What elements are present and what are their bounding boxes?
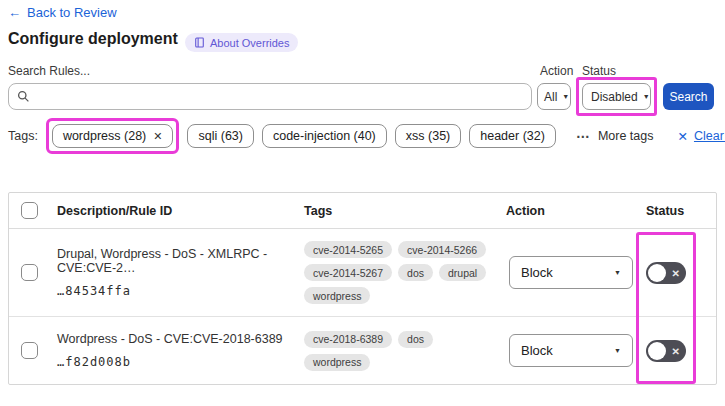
tags-bar: Tags: wordpress (28) ✕ sqli (63) code-in… <box>8 118 708 154</box>
action-select[interactable]: Block ▼ <box>509 334 633 367</box>
clear-tags-button[interactable]: ✕ Clear tags <box>677 129 725 144</box>
search-icon <box>17 90 30 103</box>
action-select-value: All <box>544 90 557 104</box>
tags-label: Tags: <box>8 129 38 143</box>
back-link-label: Back to Review <box>27 5 117 20</box>
column-header-action: Action <box>506 204 638 218</box>
row-checkbox[interactable] <box>21 264 38 281</box>
action-select[interactable]: Block ▼ <box>509 256 633 289</box>
rule-id: …84534ffa <box>57 284 290 298</box>
about-badge-label: About Overrides <box>210 37 289 49</box>
chevron-down-icon: ▼ <box>614 347 621 354</box>
toggle-x-icon: ✕ <box>672 345 680 356</box>
tag-pill-label: header (32) <box>480 129 545 143</box>
tag-pill-wordpress[interactable]: wordpress (28) ✕ <box>52 124 174 148</box>
rule-tag-chip: cve-2018-6389 <box>304 331 392 348</box>
tag-pill-label: wordpress (28) <box>63 129 146 143</box>
row-checkbox[interactable] <box>21 342 38 359</box>
clear-tags-label: Clear tags <box>694 129 725 143</box>
table-row: Drupal, Wordpress - DoS - XMLRPC - CVE:C… <box>9 229 716 317</box>
status-toggle[interactable]: ✕ <box>646 340 686 362</box>
tag-pill-label: code-injection (40) <box>273 129 376 143</box>
rule-tag-chip: wordpress <box>304 287 370 304</box>
chevron-down-icon: ▼ <box>614 269 621 276</box>
search-rules-field[interactable] <box>8 83 532 110</box>
tag-pill-header[interactable]: header (32) <box>469 124 556 148</box>
ellipsis-icon: ⋯ <box>576 128 591 144</box>
about-overrides-badge[interactable]: About Overrides <box>185 33 298 52</box>
rule-tag-chip: cve-2014-5267 <box>304 264 392 281</box>
action-select-value: Block <box>521 343 553 358</box>
close-icon: ✕ <box>677 129 687 144</box>
rules-table: Description/Rule ID Tags Action Status D… <box>8 192 717 385</box>
search-input[interactable] <box>36 90 523 104</box>
selected-tag-highlight-annotation: wordpress (28) ✕ <box>46 118 180 154</box>
back-arrow-icon: ← <box>8 5 21 20</box>
toggle-knob <box>648 264 666 282</box>
status-toggle[interactable]: ✕ <box>646 262 686 284</box>
chevron-down-icon: ▼ <box>562 93 569 100</box>
table-row: Wordpress - DoS - CVE:CVE-2018-6389 …f82… <box>9 317 716 384</box>
more-tags-label: More tags <box>598 129 654 143</box>
configure-deployment-page: ← Back to Review Configure deployment Ab… <box>0 0 725 406</box>
column-header-description: Description/Rule ID <box>57 204 304 218</box>
toggle-knob <box>648 342 666 360</box>
rule-description: Wordpress - DoS - CVE:CVE-2018-6389 <box>57 332 290 346</box>
tag-pill-code-injection[interactable]: code-injection (40) <box>262 124 387 148</box>
rule-tag-chip: cve-2014-5265 <box>304 241 392 258</box>
column-header-status: Status <box>638 204 718 218</box>
chevron-down-icon: ▼ <box>643 93 650 100</box>
action-label: Action <box>540 64 573 78</box>
rule-tag-chip: dos <box>398 331 433 348</box>
select-all-checkbox[interactable] <box>21 202 38 219</box>
page-title: Configure deployment <box>8 30 178 48</box>
more-tags-button[interactable]: ⋯ More tags <box>576 128 654 144</box>
remove-tag-icon[interactable]: ✕ <box>153 130 162 143</box>
action-select-value: Block <box>521 265 553 280</box>
toggle-x-icon: ✕ <box>672 267 680 278</box>
tag-pill-label: xss (35) <box>406 129 450 143</box>
status-filter-select[interactable]: Disabled ▼ <box>582 83 651 110</box>
rule-tag-chip: cve-2014-5266 <box>398 241 486 258</box>
book-icon <box>194 37 205 48</box>
tag-pill-xss[interactable]: xss (35) <box>395 124 461 148</box>
action-filter-select[interactable]: All ▼ <box>537 83 571 110</box>
column-header-tags: Tags <box>304 204 506 218</box>
tag-pill-sqli[interactable]: sqli (63) <box>187 124 253 148</box>
rule-tag-chip: dos <box>398 264 433 281</box>
rule-tag-chip: drupal <box>439 264 486 281</box>
rule-description: Drupal, Wordpress - DoS - XMLRPC - CVE:C… <box>57 247 290 275</box>
status-label: Status <box>582 64 616 78</box>
rule-id: …f82d008b <box>57 355 290 369</box>
table-header-row: Description/Rule ID Tags Action Status <box>9 193 716 229</box>
search-button[interactable]: Search <box>663 83 714 110</box>
rule-tag-chip: wordpress <box>304 354 370 371</box>
search-rules-label: Search Rules... <box>8 64 90 78</box>
status-select-value: Disabled <box>591 90 638 104</box>
back-to-review-link[interactable]: ← Back to Review <box>8 5 117 20</box>
tag-pill-label: sqli (63) <box>198 129 242 143</box>
